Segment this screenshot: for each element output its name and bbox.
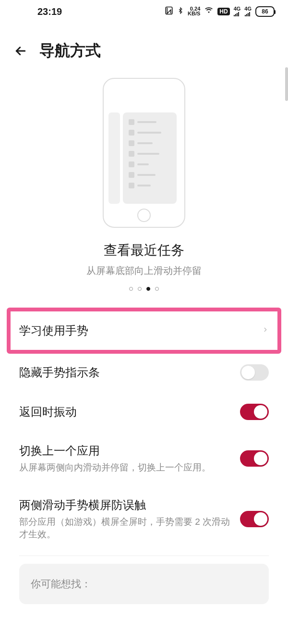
battery-indicator: 86 (255, 6, 275, 17)
hd-badge: HD (217, 8, 229, 15)
preview-title: 查看最近任务 (104, 241, 184, 260)
row-sublabel: 部分应用（如游戏）横屏全屏时，手势需要 2 次滑动才生效。 (19, 516, 232, 541)
toggle-landscape[interactable] (240, 511, 269, 527)
row-learn-gestures[interactable]: 学习使用手势 (19, 309, 269, 353)
back-button[interactable] (13, 44, 28, 58)
signal-2: 4G (244, 7, 252, 16)
toggle-hide-indicator[interactable] (240, 364, 269, 381)
carousel-dot[interactable] (129, 287, 133, 291)
svg-rect-3 (237, 13, 238, 16)
svg-rect-8 (249, 12, 250, 16)
page-title: 导航方式 (39, 40, 101, 62)
carousel-dots[interactable] (129, 287, 159, 291)
svg-rect-0 (166, 7, 172, 14)
svg-rect-7 (248, 13, 249, 16)
toggle-vibrate[interactable] (240, 404, 269, 420)
phone-mock-illustration (103, 78, 185, 228)
suggestion-card[interactable]: 你可能想找： (19, 564, 269, 604)
row-landscape-protection[interactable]: 两侧滑动手势横屏防误触 部分应用（如游戏）横屏全屏时，手势需要 2 次滑动才生效… (19, 486, 269, 553)
status-bar: 23:19 0.24 KB/S HD 4G 4G 86 (0, 0, 288, 23)
row-hide-indicator[interactable]: 隐藏手势指示条 (19, 353, 269, 392)
svg-rect-5 (245, 15, 246, 16)
status-time: 23:19 (13, 6, 165, 17)
carousel-dot[interactable] (138, 287, 142, 291)
svg-rect-6 (246, 14, 247, 16)
row-label: 返回时振动 (19, 404, 232, 420)
signal-1: 4G (234, 7, 241, 16)
divider (19, 556, 269, 556)
page-header: 导航方式 (0, 23, 288, 73)
wifi-icon (204, 7, 214, 16)
row-label: 隐藏手势指示条 (19, 365, 232, 380)
row-switch-previous-app[interactable]: 切换上一个应用 从屏幕两侧向内滑动并停留，切换上一个应用。 (19, 432, 269, 486)
svg-rect-4 (238, 12, 239, 16)
row-sublabel: 从屏幕两侧向内滑动并停留，切换上一个应用。 (19, 461, 232, 474)
gesture-preview[interactable]: 查看最近任务 从屏幕底部向上滑动并停留 (0, 73, 288, 302)
status-icons: 0.24 KB/S HD 4G 4G 86 (165, 6, 275, 17)
settings-list: 学习使用手势 隐藏手势指示条 返回时振动 切换上一个应用 从屏幕两侧向内滑动并停… (0, 308, 288, 556)
row-label: 切换上一个应用 (19, 443, 232, 458)
network-speed: 0.24 KB/S (188, 7, 200, 16)
preview-subtitle: 从屏幕底部向上滑动并停留 (86, 264, 202, 277)
row-vibrate-on-back[interactable]: 返回时振动 (19, 392, 269, 432)
svg-rect-2 (235, 14, 236, 16)
scrollbar[interactable] (285, 67, 288, 101)
row-label: 两侧滑动手势横屏防误触 (19, 497, 232, 513)
nfc-icon (165, 6, 173, 17)
chevron-right-icon (262, 324, 269, 337)
toggle-switch-app[interactable] (240, 450, 269, 467)
carousel-dot[interactable] (155, 287, 159, 291)
row-label: 学习使用手势 (19, 323, 254, 338)
svg-rect-1 (234, 15, 235, 16)
bluetooth-icon (177, 6, 184, 17)
suggestion-title: 你可能想找： (31, 577, 257, 591)
carousel-dot[interactable] (146, 287, 150, 291)
